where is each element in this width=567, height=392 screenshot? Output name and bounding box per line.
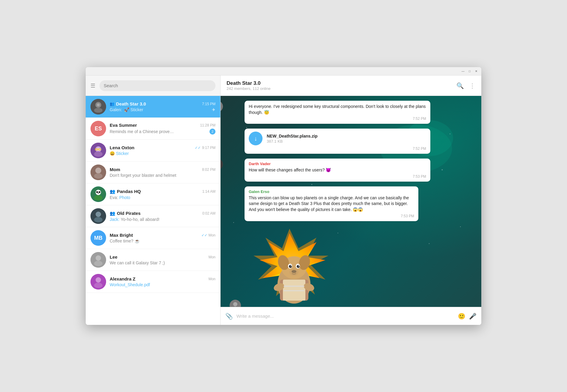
chat-item-death-star[interactable]: 👥 Death Star 3.0 7:15 PM Galen: 🚀 Sticke… xyxy=(86,96,220,118)
chat-name-eva-summer: Eva Summer xyxy=(110,123,137,128)
chat-messages: Hi everyone. I've redesigned some key st… xyxy=(221,96,481,307)
svg-point-11 xyxy=(95,168,101,174)
svg-rect-79 xyxy=(284,290,304,291)
chat-preview-alexandra-z: Workout_Shedule.pdf xyxy=(110,282,215,287)
avatar-old-pirates xyxy=(91,208,106,224)
search-input[interactable] xyxy=(104,83,211,88)
chat-panel: Death Star 3.0 242 members, 112 online 🔍… xyxy=(221,76,481,325)
svg-point-22 xyxy=(94,217,102,222)
msg-text-3: How will these changes affect the users?… xyxy=(249,167,426,173)
send-icon: ✈ xyxy=(212,107,215,112)
chat-name-mom: Mom xyxy=(110,167,120,172)
minimize-button[interactable]: — xyxy=(461,69,465,73)
file-size: 387.1 KB xyxy=(267,139,426,144)
chat-time-old-pirates: 0:02 AM xyxy=(202,211,215,215)
svg-point-15 xyxy=(94,195,102,200)
message-2: ↓ NEW_DeathStar.plans.zip 387.1 KB 7:52 … xyxy=(227,129,475,154)
msg-text-4: This version can blow up two planets on … xyxy=(249,195,414,213)
svg-point-27 xyxy=(96,277,101,283)
maximize-button[interactable]: □ xyxy=(468,69,472,73)
hamburger-icon[interactable]: ☰ xyxy=(91,82,95,89)
chat-header-title: Death Star 3.0 xyxy=(227,80,456,86)
search-box[interactable] xyxy=(99,80,215,91)
sticker-area xyxy=(245,227,475,307)
chat-time-eva-summer: 11:28 PM xyxy=(200,123,215,127)
avatar-death-star xyxy=(91,99,106,114)
mic-icon[interactable]: 🎤 xyxy=(469,313,476,320)
chat-info-pandas-hq: 👥 Pandas HQ 1:14 AM Eva: Photo xyxy=(110,189,215,200)
svg-point-69 xyxy=(297,265,300,268)
message-3: Darth Vader How will these changes affec… xyxy=(227,159,475,182)
sticker-sender-avatar xyxy=(230,300,241,307)
emoji-icon[interactable]: 🙂 xyxy=(458,313,465,320)
chat-input-area: 📎 🙂 🎤 xyxy=(221,307,481,325)
chat-name-alexandra-z: Alexandra Z xyxy=(110,276,135,281)
svg-point-58 xyxy=(233,302,237,306)
chat-header-info: Death Star 3.0 242 members, 112 online xyxy=(227,80,456,91)
chat-preview-eva-summer: Reminds me of a Chinese prove… 2 xyxy=(110,129,215,135)
chat-name-pandas-hq: 👥 Pandas HQ xyxy=(110,189,141,194)
attach-icon[interactable]: 📎 xyxy=(225,313,233,320)
file-info: NEW_DeathStar.plans.zip 387.1 KB xyxy=(267,134,426,144)
message-4: Galen Erso This version can blow up two … xyxy=(227,186,475,221)
chat-item-pandas-hq[interactable]: 👥 Pandas HQ 1:14 AM Eva: Photo xyxy=(86,183,220,205)
msg-sender-galen: Galen Erso xyxy=(249,189,414,194)
file-bubble: ↓ NEW_DeathStar.plans.zip 387.1 KB xyxy=(249,132,426,145)
chat-info-old-pirates: 👥 Old Pirates 0:02 AM Jack: Yo-ho-ho, al… xyxy=(110,211,215,222)
msg-time-4: 7:53 PM xyxy=(249,214,414,218)
chat-item-mom[interactable]: Mom 8:02 PM Don't forget your blaster an… xyxy=(86,162,220,183)
msg-sender-darth: Darth Vader xyxy=(249,162,426,166)
search-header-icon[interactable]: 🔍 xyxy=(456,82,464,89)
msg-bubble-4: Galen Erso This version can blow up two … xyxy=(245,186,418,221)
svg-point-70 xyxy=(291,265,292,266)
chat-list: 👥 Death Star 3.0 7:15 PM Galen: 🚀 Sticke… xyxy=(86,96,220,325)
chat-info-lee: Lee Mon We can call it Galaxy Star 7 ;) xyxy=(110,254,215,265)
chat-preview-max-bright: Coffee time? ☕ xyxy=(110,239,215,243)
avatar-lena-oxton xyxy=(91,143,106,158)
avatar-lee xyxy=(91,252,106,268)
msg-text-1: Hi everyone. I've redesigned some key st… xyxy=(249,104,426,115)
chat-item-eva-summer[interactable]: ES Eva Summer 11:28 PM Reminds me of a C… xyxy=(86,118,220,140)
chat-preview-mom: Don't forget your blaster and helmet xyxy=(110,173,215,178)
title-bar: — □ ✕ xyxy=(86,67,481,76)
avatar-alexandra-z xyxy=(91,274,106,290)
svg-point-71 xyxy=(298,265,299,266)
svg-point-19 xyxy=(98,193,99,194)
msg-time-1: 7:52 PM xyxy=(249,117,426,121)
chat-name-lena-oxton: Lena Oxton xyxy=(110,145,135,150)
chat-info-eva-summer: Eva Summer 11:28 PM Reminds me of a Chin… xyxy=(110,123,215,135)
chat-item-lee[interactable]: Lee Mon We can call it Galaxy Star 7 ;) xyxy=(86,249,220,271)
messages-area: Hi everyone. I've redesigned some key st… xyxy=(227,101,475,307)
chat-item-alexandra-z[interactable]: Alexandra Z Mon Workout_Shedule.pdf xyxy=(86,271,220,293)
chat-time-lee: Mon xyxy=(209,255,215,259)
chat-time-pandas-hq: 1:14 AM xyxy=(202,189,215,194)
svg-point-12 xyxy=(94,173,102,179)
group-icon-death-star: 👥 xyxy=(110,102,114,106)
msg-bubble-file: ↓ NEW_DeathStar.plans.zip 387.1 KB 7:52 … xyxy=(245,129,430,154)
chat-info-lena-oxton: Lena Oxton ✓✓ 9:17 PM 😄 Sticker xyxy=(110,145,215,156)
close-button[interactable]: ✕ xyxy=(474,69,478,73)
chat-item-old-pirates[interactable]: 👥 Old Pirates 0:02 AM Jack: Yo-ho-ho, al… xyxy=(86,205,220,227)
chat-header-subtitle: 242 members, 112 online xyxy=(227,86,456,91)
tick-lena: ✓✓ xyxy=(195,146,201,150)
app-window: — □ ✕ ☰ xyxy=(86,67,481,325)
chat-time-max-bright: Mon xyxy=(209,233,215,237)
more-options-icon[interactable]: ⋮ xyxy=(469,82,475,89)
chat-time-lena-oxton: 9:17 PM xyxy=(202,146,215,150)
svg-point-73 xyxy=(289,269,298,276)
avatar-max-bright: MB xyxy=(91,230,106,246)
msg-bubble-3: Darth Vader How will these changes affec… xyxy=(245,159,430,182)
avatar-mom xyxy=(91,165,106,180)
file-download-icon[interactable]: ↓ xyxy=(249,132,263,145)
chat-item-max-bright[interactable]: MB Max Bright ✓✓ Mon Coffee time? ☕ xyxy=(86,227,220,249)
chat-info-death-star: 👥 Death Star 3.0 7:15 PM Galen: 🚀 Sticke… xyxy=(110,101,215,112)
main-content: ☰ xyxy=(86,76,481,325)
svg-point-6 xyxy=(94,151,102,157)
msg-bubble-1: Hi everyone. I've redesigned some key st… xyxy=(245,101,430,124)
svg-point-68 xyxy=(289,265,292,268)
msg-avatar-darth xyxy=(221,159,223,170)
message-input[interactable] xyxy=(236,313,454,319)
message-1: Hi everyone. I've redesigned some key st… xyxy=(227,101,475,124)
svg-point-51 xyxy=(221,159,223,170)
chat-item-lena-oxton[interactable]: Lena Oxton ✓✓ 9:17 PM 😄 Sticker xyxy=(86,140,220,162)
